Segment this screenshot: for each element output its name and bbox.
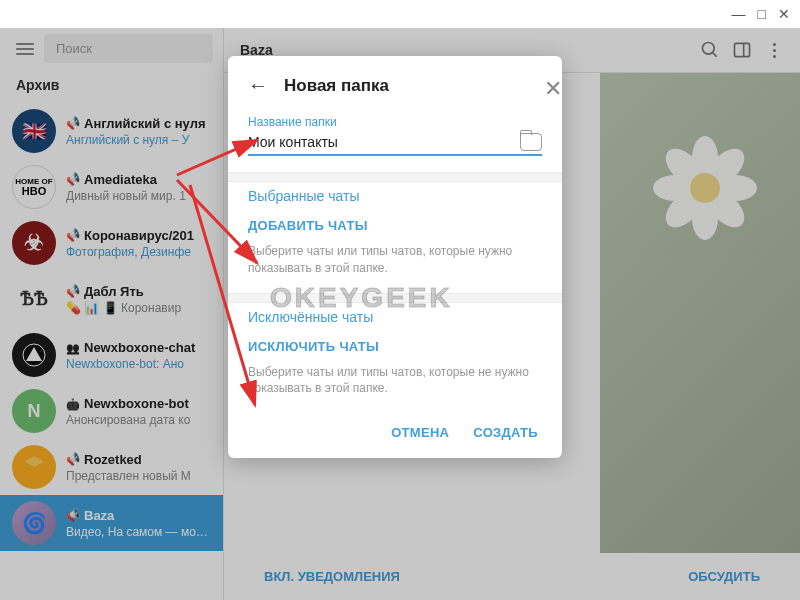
cancel-button[interactable]: ОТМЕНА <box>391 425 449 440</box>
back-icon[interactable]: ← <box>248 74 268 97</box>
exclude-chats-button[interactable]: ИСКЛЮЧИТЬ ЧАТЫ <box>248 339 542 354</box>
excluded-chats-header: Исключённые чаты <box>248 309 542 325</box>
modal-title: Новая папка <box>284 76 389 96</box>
included-chats-header: Выбранные чаты <box>248 188 542 204</box>
folder-name-label: Название папки <box>248 115 542 129</box>
maximize-icon[interactable]: □ <box>758 6 766 22</box>
included-hint: Выберите чаты или типы чатов, которые ну… <box>248 243 542 277</box>
folder-icon[interactable] <box>520 133 542 151</box>
close-icon[interactable]: ✕ <box>540 72 566 106</box>
create-button[interactable]: СОЗДАТЬ <box>473 425 538 440</box>
excluded-hint: Выберите чаты или типы чатов, которые не… <box>248 364 542 398</box>
add-chats-button[interactable]: ДОБАВИТЬ ЧАТЫ <box>248 218 542 233</box>
new-folder-modal: ✕ ← Новая папка Название папки Выбранные… <box>228 56 562 458</box>
folder-name-input[interactable] <box>248 134 520 150</box>
close-icon[interactable]: ✕ <box>778 6 790 22</box>
minimize-icon[interactable]: — <box>732 6 746 22</box>
window-controls: — □ ✕ <box>732 6 790 22</box>
